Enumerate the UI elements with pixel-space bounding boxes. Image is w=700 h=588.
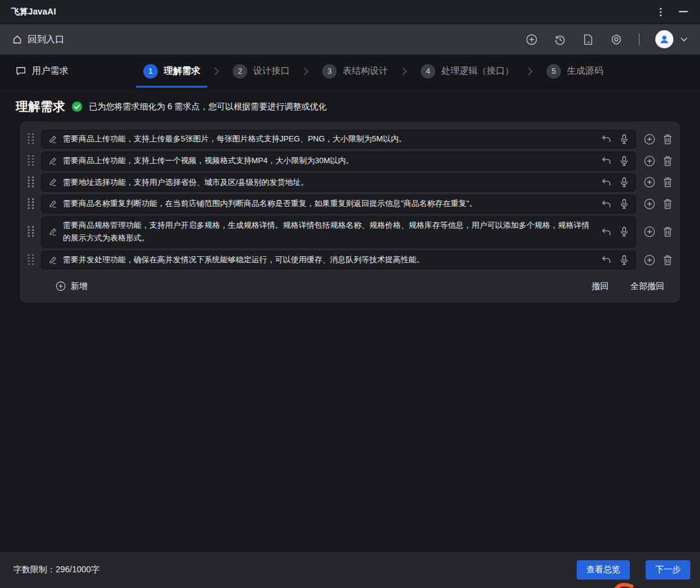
requirement-text: 需要商品上传功能，支持上传一个视频，视频格式支持MP4，大小限制为30M以内。 xyxy=(63,155,594,167)
person-icon xyxy=(659,34,670,45)
edit-pencil-icon xyxy=(48,157,57,166)
plus-circle-icon xyxy=(56,281,66,291)
drag-handle-icon[interactable] xyxy=(28,134,37,145)
requirement-row: 需要商品上传功能，支持上传一个视频，视频格式支持MP4，大小限制为30M以内。 xyxy=(26,152,672,170)
requirement-text: 需要并发处理功能，确保在高并发情况下系统能够稳定运行，可以使用缓存、消息队列等技… xyxy=(63,254,594,267)
edit-pencil-icon xyxy=(48,227,57,236)
voice-input-button[interactable] xyxy=(620,227,628,237)
view-overview-button[interactable]: 查看总览 xyxy=(577,560,630,580)
content-header: 理解需求 已为您将需求细化为 6 需求点，您可以根据需要进行调整或优化 xyxy=(16,99,684,115)
minimize-button[interactable] xyxy=(678,10,689,14)
drag-handle-icon[interactable] xyxy=(28,155,37,167)
voice-input-button[interactable] xyxy=(620,156,628,166)
step-4-processing-logic[interactable]: 4 处理逻辑（接口） xyxy=(413,54,521,88)
page-title: 理解需求 xyxy=(16,99,65,115)
history-button[interactable] xyxy=(553,33,567,47)
toolbar: 回到入口 xyxy=(0,24,700,54)
step-2-design-api[interactable]: 2 设计接口 xyxy=(225,54,297,88)
undo-button[interactable]: 撤回 xyxy=(592,281,609,292)
drag-handle-icon[interactable] xyxy=(28,226,37,237)
add-row-button[interactable] xyxy=(644,226,655,237)
requirements-panel: 需要商品上传功能，支持上传最多5张图片，每张图片格式支持JPEG、PNG，大小限… xyxy=(20,121,680,303)
toolbar-divider xyxy=(639,33,640,45)
voice-input-button[interactable] xyxy=(620,199,628,209)
panel-footer: 新增 撤回 全部撤回 xyxy=(26,273,672,299)
edit-pencil-icon xyxy=(48,256,57,265)
voice-input-button[interactable] xyxy=(620,134,628,144)
chevron-down-icon xyxy=(680,37,688,42)
requirement-text: 需要地址选择功能，支持用户选择省份、城市及区/县级别的发货地址。 xyxy=(63,176,594,189)
undo-item-button[interactable] xyxy=(601,228,611,236)
undo-item-button[interactable] xyxy=(601,200,611,208)
requirement-text: 需要商品规格管理功能，支持用户开启多规格，生成规格详情。规格详情包括规格名称、规… xyxy=(63,219,594,245)
drag-handle-icon[interactable] xyxy=(28,254,37,266)
requirement-row: 需要商品上传功能，支持上传最多5张图片，每张图片格式支持JPEG、PNG，大小限… xyxy=(26,130,672,149)
delete-row-button[interactable] xyxy=(663,177,672,187)
requirement-input[interactable]: 需要商品上传功能，支持上传一个视频，视频格式支持MP4，大小限制为30M以内。 xyxy=(41,152,636,170)
delete-row-button[interactable] xyxy=(663,156,672,166)
undo-item-button[interactable] xyxy=(601,178,611,187)
title-bar: 飞算JavaAI xyxy=(0,0,700,24)
step-chevron-icon xyxy=(213,54,219,88)
undo-all-button[interactable]: 全部撤回 xyxy=(630,281,664,292)
back-to-entry-button[interactable]: 回到入口 xyxy=(12,34,64,45)
account-menu-button[interactable] xyxy=(679,36,689,44)
settings-button[interactable] xyxy=(609,33,623,47)
tab-user-requirements[interactable]: 用户需求 xyxy=(16,54,68,88)
add-row-button[interactable] xyxy=(644,198,655,210)
requirement-input[interactable]: 需要商品上传功能，支持上传最多5张图片，每张图片格式支持JPEG、PNG，大小限… xyxy=(41,130,636,149)
status-message: 已为您将需求细化为 6 需求点，您可以根据需要进行调整或优化 xyxy=(89,102,327,112)
success-check-icon xyxy=(72,102,82,112)
vertical-ellipsis-icon xyxy=(659,7,662,17)
next-step-button[interactable]: 下一步 xyxy=(646,560,690,580)
requirement-text: 需要商品上传功能，支持上传最多5张图片，每张图片格式支持JPEG、PNG，大小限… xyxy=(63,133,594,146)
step-chevron-icon xyxy=(527,54,533,88)
undo-item-button[interactable] xyxy=(601,157,611,165)
toolbar-actions xyxy=(525,30,689,48)
delete-row-button[interactable] xyxy=(663,134,672,144)
requirement-input[interactable]: 需要地址选择功能，支持用户选择省份、城市及区/县级别的发货地址。 xyxy=(41,173,636,192)
char-limit-label: 字数限制：296/1000字 xyxy=(13,564,99,575)
add-row-button[interactable] xyxy=(644,254,655,266)
drag-handle-icon[interactable] xyxy=(28,198,37,210)
app-title: 飞算JavaAI xyxy=(11,7,56,18)
step-1-understand-requirements[interactable]: 1 理解需求 xyxy=(136,54,207,88)
requirement-row: 需要商品规格管理功能，支持用户开启多规格，生成规格详情。规格详情包括规格名称、规… xyxy=(26,216,672,248)
more-menu-button[interactable] xyxy=(658,6,663,18)
step-5-generate-source[interactable]: 5 生成源码 xyxy=(539,54,611,88)
delete-row-button[interactable] xyxy=(663,199,672,209)
edit-pencil-icon xyxy=(48,199,57,208)
requirement-input[interactable]: 需要并发处理功能，确保在高并发情况下系统能够稳定运行，可以使用缓存、消息队列等技… xyxy=(41,251,636,270)
document-button[interactable] xyxy=(582,33,595,47)
home-icon xyxy=(12,34,22,45)
step-3-table-structure[interactable]: 3 表结构设计 xyxy=(315,54,395,88)
steps: 1 理解需求 2 设计接口 3 表结构设计 4 处理逻辑（接口） 5 生成源码 xyxy=(136,54,611,88)
add-row-button[interactable] xyxy=(644,155,655,167)
voice-input-button[interactable] xyxy=(620,255,628,265)
requirement-row: 需要并发处理功能，确保在高并发情况下系统能够稳定运行，可以使用缓存、消息队列等技… xyxy=(26,251,672,270)
avatar[interactable] xyxy=(655,30,673,48)
plus-circle-icon xyxy=(526,34,537,45)
delete-row-button[interactable] xyxy=(663,227,672,237)
add-row-button[interactable] xyxy=(644,134,655,145)
gear-icon xyxy=(611,34,622,45)
new-session-button[interactable] xyxy=(525,33,539,47)
history-icon xyxy=(554,34,566,45)
file-icon xyxy=(583,34,594,45)
voice-input-button[interactable] xyxy=(620,177,628,187)
requirement-input[interactable]: 需要商品名称重复判断功能，在当前店铺范围内判断商品名称是否重复，如果重复则返回提… xyxy=(41,195,636,213)
app-window: 飞算JavaAI 回到入口 xyxy=(0,0,700,588)
delete-row-button[interactable] xyxy=(663,255,672,265)
requirement-row: 需要商品名称重复判断功能，在当前店铺范围内判断商品名称是否重复，如果重复则返回提… xyxy=(26,195,672,213)
requirement-input[interactable]: 需要商品规格管理功能，支持用户开启多规格，生成规格详情。规格详情包括规格名称、规… xyxy=(41,216,636,248)
undo-item-button[interactable] xyxy=(601,135,611,143)
add-requirement-button[interactable]: 新增 xyxy=(56,281,88,292)
page-footer: 字数限制：296/1000字 查看总览 下一步 xyxy=(0,551,700,588)
drag-handle-icon[interactable] xyxy=(28,176,37,188)
minimize-icon xyxy=(679,11,688,13)
requirement-row: 需要地址选择功能，支持用户选择省份、城市及区/县级别的发货地址。 xyxy=(26,173,672,192)
comment-icon xyxy=(16,66,26,76)
undo-item-button[interactable] xyxy=(601,256,611,264)
window-controls xyxy=(658,6,689,18)
add-row-button[interactable] xyxy=(644,176,655,188)
